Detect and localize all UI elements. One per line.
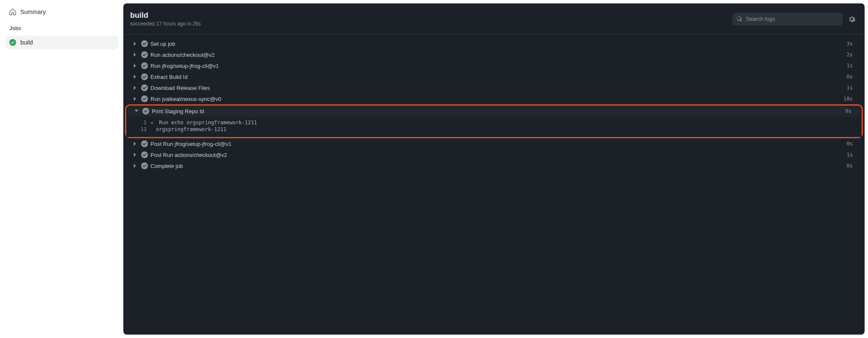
chevron-right-icon <box>132 64 139 68</box>
step-container: Post Run jfrog/setup-jfrog-cli@v10s <box>125 138 863 149</box>
check-circle-icon <box>9 39 16 46</box>
log-block: 1▸ Run echo orgspringframework-121111org… <box>126 117 862 137</box>
check-circle-icon <box>140 108 152 115</box>
step-name: Print Staging Repo Id <box>152 108 846 115</box>
main: build succeeded 17 hours ago in 26s <box>123 0 868 338</box>
check-circle-icon <box>139 40 150 47</box>
log-line[interactable]: 11orgspringframework-1211 <box>126 126 862 133</box>
step-container: Extract Build Id0s <box>125 71 863 82</box>
step-duration: 0s <box>847 74 853 80</box>
log-line[interactable]: 1▸ Run echo orgspringframework-1211 <box>126 119 862 126</box>
step-name: Download Release Files <box>150 85 847 91</box>
search-logs[interactable] <box>732 13 843 25</box>
sidebar-item-job[interactable]: build <box>5 36 118 49</box>
step-duration: 0s <box>847 163 853 169</box>
step-row[interactable]: Set up job3s <box>127 38 861 49</box>
search-input[interactable] <box>746 16 838 22</box>
chevron-down-icon <box>133 109 140 113</box>
sidebar-item-label: build <box>20 39 114 46</box>
step-name: Run actions/checkout@v2 <box>150 52 847 58</box>
step-name: Post Run actions/checkout@v2 <box>150 152 847 158</box>
step-name: Set up job <box>150 41 847 47</box>
step-duration: 0s <box>847 141 853 147</box>
step-row[interactable]: Extract Build Id0s <box>127 71 861 82</box>
step-container: Run jvalkeal/nexus-sync@v018s <box>125 93 863 104</box>
chevron-right-icon <box>132 53 139 57</box>
log-line-number: 11 <box>131 126 151 132</box>
page-subtitle: succeeded 17 hours ago in 26s <box>130 21 201 27</box>
check-circle-icon <box>139 162 150 169</box>
step-name: Complete job <box>150 163 847 169</box>
step-row[interactable]: Post Run actions/checkout@v21s <box>127 149 861 160</box>
search-icon <box>737 16 743 22</box>
chevron-right-icon <box>132 97 139 101</box>
nav-summary-label: Summary <box>20 8 114 15</box>
step-row[interactable]: Run actions/checkout@v22s <box>127 49 861 60</box>
sidebar: Summary Jobs build <box>0 0 123 338</box>
step-duration: 3s <box>847 41 853 47</box>
step-duration: 18s <box>843 96 853 102</box>
check-circle-icon <box>139 73 150 80</box>
chevron-right-icon <box>132 75 139 79</box>
home-icon <box>9 8 16 15</box>
log-line-number: 1 <box>131 120 151 126</box>
settings-button[interactable] <box>846 13 858 25</box>
jobs-heading: Jobs <box>5 20 118 34</box>
step-duration: 0s <box>846 108 851 114</box>
chevron-right-icon <box>132 42 139 46</box>
check-circle-icon <box>139 151 150 158</box>
log-text: Run echo orgspringframework-1211 <box>156 120 853 126</box>
step-row[interactable]: Run jfrog/setup-jfrog-cli@v11s <box>127 60 861 71</box>
nav-summary[interactable]: Summary <box>5 5 118 19</box>
step-container: Run actions/checkout@v22s <box>125 49 863 60</box>
step-container: Post Run actions/checkout@v21s <box>125 149 863 160</box>
check-circle-icon <box>139 62 150 69</box>
step-row[interactable]: Download Release Files1s <box>127 82 861 93</box>
check-circle-icon <box>139 95 150 102</box>
step-row[interactable]: Post Run jfrog/setup-jfrog-cli@v10s <box>127 138 861 149</box>
step-name: Run jvalkeal/nexus-sync@v0 <box>150 96 843 102</box>
log-panel: build succeeded 17 hours ago in 26s <box>123 3 865 335</box>
page-title: build <box>130 11 201 20</box>
step-container: Complete job0s <box>125 160 863 171</box>
check-circle-icon <box>139 84 150 91</box>
step-duration: 1s <box>847 63 853 69</box>
log-text: orgspringframework-1211 <box>156 126 853 132</box>
step-name: Run jfrog/setup-jfrog-cli@v1 <box>150 63 847 69</box>
step-container: Print Staging Repo Id0s1▸ Run echo orgsp… <box>125 104 863 138</box>
step-container: Set up job3s <box>125 38 863 49</box>
step-name: Post Run jfrog/setup-jfrog-cli@v1 <box>150 141 847 147</box>
step-name: Extract Build Id <box>150 74 847 80</box>
check-circle-icon <box>139 140 150 147</box>
gear-icon <box>849 16 855 22</box>
chevron-right-icon <box>132 142 139 146</box>
step-container: Run jfrog/setup-jfrog-cli@v11s <box>125 60 863 71</box>
disclosure-triangle-icon <box>151 126 156 132</box>
disclosure-triangle-icon: ▸ <box>151 120 156 126</box>
chevron-right-icon <box>132 164 139 168</box>
step-container: Download Release Files1s <box>125 82 863 93</box>
step-duration: 1s <box>847 152 853 158</box>
chevron-right-icon <box>132 153 139 157</box>
step-row[interactable]: Complete job0s <box>127 160 861 171</box>
panel-header: build succeeded 17 hours ago in 26s <box>123 3 865 35</box>
chevron-right-icon <box>132 86 139 90</box>
step-duration: 2s <box>847 52 853 58</box>
check-circle-icon <box>139 51 150 58</box>
step-row[interactable]: Run jvalkeal/nexus-sync@v018s <box>127 93 861 104</box>
step-row[interactable]: Print Staging Repo Id0s <box>128 106 860 117</box>
step-duration: 1s <box>847 85 853 91</box>
steps-list: Set up job3sRun actions/checkout@v22sRun… <box>123 35 865 335</box>
